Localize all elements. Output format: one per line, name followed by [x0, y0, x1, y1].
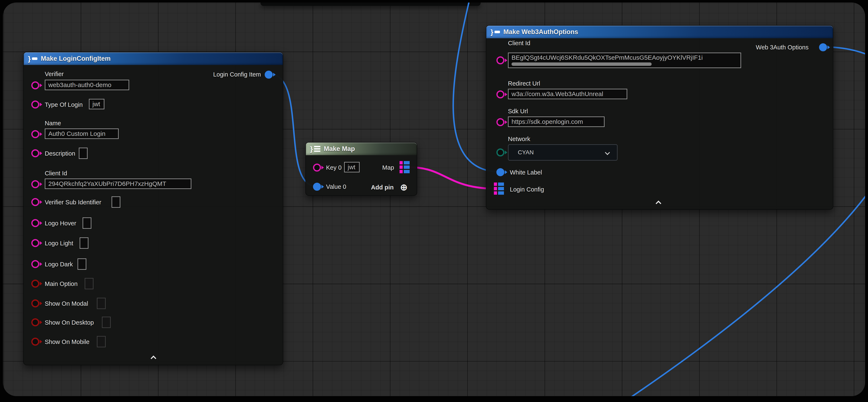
input-pin-client-id[interactable] — [496, 56, 504, 64]
verifier-sub-identifier-input[interactable] — [112, 196, 120, 208]
name-input[interactable]: Auth0 Custom Login — [45, 128, 119, 139]
output-pin-map-icon[interactable] — [400, 161, 410, 173]
add-pin-label[interactable]: Add pin — [371, 183, 394, 191]
input-pin-logo-light[interactable] — [31, 239, 39, 247]
output-pin-label: Web 3Auth Options — [756, 43, 809, 51]
input-pin-type-of-login[interactable] — [31, 100, 39, 109]
pin-label-type-of-login: Type Of Login — [45, 101, 83, 109]
pin-label-sdk-url: Sdk Url — [508, 107, 528, 115]
type-of-login-input[interactable]: jwt — [89, 99, 104, 109]
input-pin-verifier-sub-identifier[interactable] — [31, 198, 39, 206]
node-make-loginconfigitem[interactable]: } Make LoginConfigItem Login Config Item… — [23, 52, 283, 365]
node-title: Make Web3AuthOptions — [503, 28, 578, 36]
node-header[interactable]: } Make Web3AuthOptions — [486, 26, 833, 38]
input-pin-description[interactable] — [31, 149, 39, 157]
pin-label-client-id: Client Id — [45, 169, 67, 177]
input-pin-main-option[interactable] — [31, 280, 39, 288]
input-pin-show-on-modal[interactable] — [31, 299, 39, 307]
client-id-scrollbar[interactable] — [512, 62, 652, 66]
collapse-chevron-icon[interactable] — [656, 200, 661, 205]
input-pin-show-on-mobile[interactable] — [31, 338, 39, 346]
make-struct-icon: } — [491, 28, 500, 36]
pin-label-verifier-sub-identifier: Verifier Sub Identifier — [45, 198, 101, 206]
input-pin-key0[interactable] — [313, 164, 321, 172]
pin-label-show-on-mobile: Show On Mobile — [45, 338, 90, 346]
pin-label-show-on-desktop: Show On Desktop — [45, 318, 94, 326]
pin-label-main-option: Main Option — [45, 280, 78, 288]
input-pin-verifier[interactable] — [31, 81, 39, 89]
node-header[interactable]: } Make Map — [306, 143, 417, 155]
pin-label-logo-dark: Logo Dark — [45, 260, 73, 268]
checkbox-show-on-desktop[interactable] — [102, 317, 111, 328]
pin-label-logo-hover: Logo Hover — [45, 219, 76, 227]
logo-dark-input[interactable] — [78, 258, 86, 270]
pin-label-key0: Key 0 — [326, 164, 342, 172]
node-title: Make LoginConfigItem — [41, 55, 111, 62]
network-dropdown[interactable]: CYAN — [508, 144, 618, 161]
checkbox-main-option[interactable] — [85, 278, 93, 289]
output-pin-label-map: Map — [382, 164, 394, 172]
sdk-url-input[interactable]: https://sdk.openlogin.com — [508, 116, 604, 127]
input-pin-network[interactable] — [496, 148, 504, 156]
pin-label-network: Network — [508, 135, 530, 143]
pin-label-show-on-modal: Show On Modal — [45, 299, 88, 308]
node-title: Make Map — [324, 145, 355, 153]
client-id-input[interactable]: BEglQSgt4cUWcj6SKRdu5QkOXTsePmMcusG5EAoy… — [508, 53, 741, 68]
pin-label-description: Description — [45, 149, 75, 157]
input-pin-logo-dark[interactable] — [31, 260, 39, 268]
output-pin-label: Login Config Item — [213, 70, 261, 79]
logo-hover-input[interactable] — [83, 218, 91, 229]
input-pin-client-id[interactable] — [31, 180, 39, 188]
pin-label-white-label: White Label — [510, 168, 542, 176]
pin-label-logo-light: Logo Light — [45, 239, 73, 247]
add-pin-icon[interactable]: ⊕ — [400, 183, 407, 192]
input-pin-name[interactable] — [31, 130, 39, 138]
pin-label-verifier: Verifier — [45, 70, 64, 78]
graph-canvas[interactable]: } Make LoginConfigItem Login Config Item… — [3, 2, 865, 396]
input-pin-login-config-icon[interactable] — [494, 182, 504, 195]
output-pin-web3auth-options[interactable] — [819, 43, 827, 51]
input-pin-value0[interactable] — [313, 183, 321, 191]
logo-light-input[interactable] — [80, 237, 88, 249]
input-pin-show-on-desktop[interactable] — [31, 318, 39, 326]
client-id-text: BEglQSgt4cUWcj6SKRdu5QkOXTsePmMcusG5EAoy… — [512, 54, 703, 61]
input-pin-logo-hover[interactable] — [31, 219, 39, 227]
node-make-map[interactable]: } Make Map Key 0 jwt Map Value 0 Add pin… — [305, 142, 417, 196]
input-pin-redirect-url[interactable] — [496, 90, 504, 98]
pin-label-redirect-url: Redirect Url — [508, 80, 540, 87]
input-pin-sdk-url[interactable] — [496, 118, 504, 126]
collapse-chevron-icon[interactable] — [151, 355, 156, 360]
description-input[interactable] — [79, 148, 88, 159]
make-struct-icon: } — [28, 55, 37, 63]
verifier-input[interactable]: web3auth-auth0-demo — [45, 80, 129, 90]
input-pin-white-label[interactable] — [496, 168, 504, 176]
node-header[interactable]: } Make LoginConfigItem — [24, 52, 283, 65]
checkbox-show-on-modal[interactable] — [97, 298, 106, 309]
node-make-web3authoptions[interactable]: } Make Web3AuthOptions Web 3Auth Options… — [486, 25, 833, 210]
pin-label-client-id: Client Id — [508, 39, 530, 47]
redirect-url-input[interactable]: w3a://com.w3a.Web3AuthUnreal — [508, 89, 627, 99]
output-pin-login-config-item[interactable] — [265, 70, 273, 79]
pin-label-value0: Value 0 — [326, 183, 346, 191]
client-id-input[interactable]: 294QRkchfq2YaXUbPri7D6PH7xzHgQMT — [45, 178, 191, 189]
dropdown-chevron-icon — [605, 151, 610, 155]
key0-input[interactable]: jwt — [344, 162, 360, 172]
network-dropdown-value: CYAN — [508, 149, 534, 156]
checkbox-show-on-mobile[interactable] — [97, 336, 106, 347]
pin-label-login-config: Login Config — [510, 185, 544, 194]
pin-label-name: Name — [45, 119, 61, 127]
make-map-icon: } — [310, 145, 320, 153]
